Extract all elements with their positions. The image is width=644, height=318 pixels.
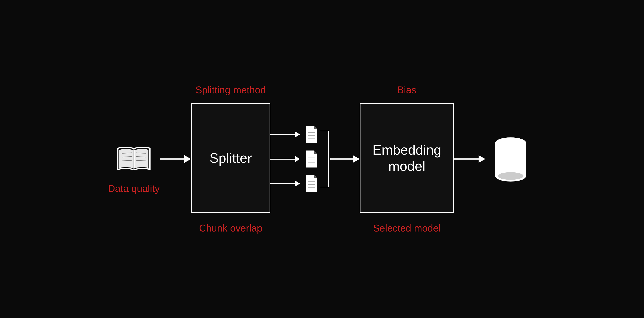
doc-arrows-group bbox=[270, 125, 319, 193]
arrow-head-1 bbox=[295, 131, 300, 137]
doc-row-3 bbox=[270, 174, 319, 193]
doc-row-1 bbox=[270, 125, 319, 144]
doc-icon-1 bbox=[304, 125, 319, 144]
label-data-quality: Data quality bbox=[108, 183, 160, 207]
bracket-icon bbox=[319, 131, 330, 187]
bracket-arrow-head bbox=[353, 155, 360, 163]
pipeline: placeholder bbox=[108, 71, 536, 247]
label-bias: Bias bbox=[397, 71, 416, 96]
stage-book: placeholder bbox=[108, 111, 160, 207]
label-selected-model: Selected model bbox=[373, 222, 441, 247]
embedding-box: Embedding model bbox=[360, 103, 454, 213]
doc-icon-2 bbox=[304, 150, 319, 168]
arrow-line bbox=[160, 158, 184, 160]
stage-embedding: Bias Embedding model Selected model bbox=[360, 71, 454, 247]
label-chunk-overlap: Chunk overlap bbox=[199, 222, 262, 247]
arrow-line-emb bbox=[454, 158, 478, 160]
embedding-line2: model bbox=[372, 158, 441, 174]
splitter-to-embedding bbox=[270, 101, 360, 217]
arrow-head bbox=[184, 155, 191, 163]
embedding-text: Embedding model bbox=[372, 142, 441, 174]
database-icon-container bbox=[493, 134, 528, 183]
small-arrow-3 bbox=[270, 181, 300, 187]
arrow-line-3 bbox=[270, 183, 295, 184]
label-splitting-method: Splitting method bbox=[196, 71, 266, 96]
diagram: placeholder bbox=[0, 0, 644, 318]
database-icon bbox=[493, 134, 528, 183]
arrow-embedding-db bbox=[454, 155, 485, 163]
splitter-box: Splitter bbox=[191, 103, 270, 213]
doc-row-2 bbox=[270, 150, 319, 168]
arrow-head-2 bbox=[295, 156, 300, 162]
book-icon-container bbox=[116, 143, 152, 173]
small-arrow-2 bbox=[270, 156, 300, 162]
doc-icon-3 bbox=[304, 174, 319, 193]
embedding-line1: Embedding bbox=[372, 142, 441, 158]
arrow-head-3 bbox=[295, 181, 300, 187]
arrow-head-emb bbox=[478, 155, 485, 163]
arrow-line-1 bbox=[270, 134, 295, 135]
splitter-label: Splitter bbox=[210, 150, 252, 166]
svg-point-23 bbox=[498, 172, 524, 180]
stage-database: placeholder bbox=[485, 101, 536, 217]
small-arrow-1 bbox=[270, 131, 300, 137]
stage-splitter: Splitting method Splitter Chunk overlap bbox=[191, 71, 270, 247]
bracket-and-arrow bbox=[319, 131, 360, 187]
book-icon bbox=[116, 143, 152, 173]
arrow-book-splitter bbox=[160, 155, 191, 163]
bracket-arrow-line bbox=[330, 158, 353, 160]
arrow-line-2 bbox=[270, 159, 295, 160]
